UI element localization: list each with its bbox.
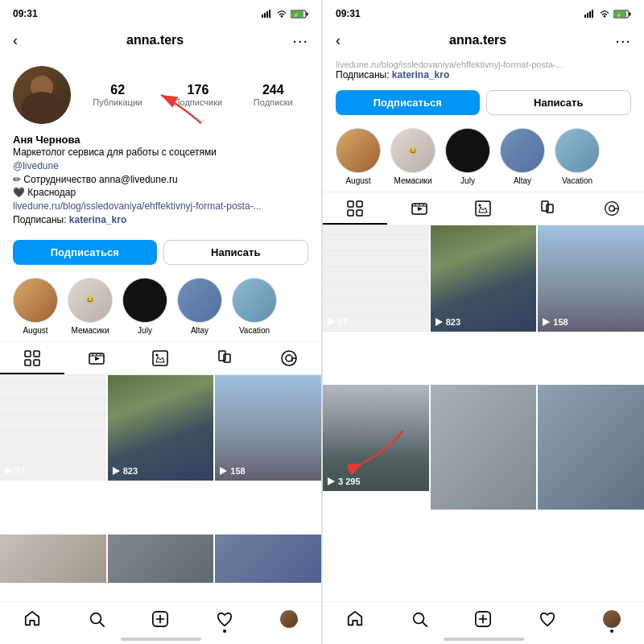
story-altay-right[interactable]: Altay (500, 128, 545, 185)
subscribed-name-right[interactable]: katerina_kro (392, 69, 449, 80)
post-count-3-left: 158 (220, 466, 245, 476)
story-label-vacation-left: Vacation (239, 326, 270, 335)
add-icon-left (151, 610, 169, 628)
status-bar-right: 09:31 ⚡ (323, 0, 644, 24)
nav-add-right[interactable] (474, 610, 492, 628)
bio-line1-left: Маркетолог сервиса для работы с соцсетям… (13, 147, 217, 158)
subscribe-button-left[interactable]: Подписаться (13, 240, 157, 265)
following-label-left: Подписки (254, 97, 293, 107)
story-july-left[interactable]: July (122, 278, 167, 335)
action-buttons-left: Подписаться Написать (0, 233, 321, 271)
post-partial-2[interactable] (108, 535, 214, 583)
svg-rect-44 (348, 210, 353, 216)
menu-button-right[interactable]: ··· (615, 31, 631, 50)
story-circle-august-right (336, 128, 381, 173)
story-altay-left[interactable]: Altay (177, 278, 222, 335)
story-vacation-right[interactable]: Vacation (555, 128, 600, 185)
tab-reels-right[interactable] (387, 192, 452, 225)
svg-rect-36 (592, 10, 593, 18)
profile-dot-right (610, 630, 613, 633)
story-circle-vacation-left (232, 278, 277, 323)
menu-button-left[interactable]: ··· (292, 31, 308, 50)
nav-search-left[interactable] (88, 610, 105, 628)
profile-name-left: Аня Чернова (13, 134, 308, 146)
heart-icon-left (216, 610, 233, 628)
right-phone: 09:31 ⚡ ‹ anna.ters (322, 0, 644, 644)
nav-profile-right[interactable] (603, 610, 621, 628)
svg-rect-33 (584, 14, 586, 18)
story-memasi-left[interactable]: 😂 Мемасики (68, 278, 113, 335)
profile-stats-row-left: 62 Публикации 176 Подписчики 244 Подписк… (0, 60, 321, 130)
tab-saved-right[interactable] (515, 192, 580, 225)
bio-subscribed-name-left[interactable]: katerina_kro (69, 214, 126, 225)
post-thumb-1-right[interactable]: 77 (323, 225, 429, 332)
nav-profile-left[interactable] (280, 610, 298, 628)
story-circle-vacation-right (555, 128, 600, 173)
profile-avatar-nav-right (603, 610, 621, 628)
tab-mentions-right[interactable] (580, 192, 644, 225)
post-count-4-right: 3 295 (328, 477, 361, 486)
post-partial-1[interactable] (0, 535, 106, 583)
mentions-icon-right (604, 200, 620, 217)
post-partial-r2[interactable] (431, 385, 537, 510)
post-thumb-1-left[interactable]: 77 (0, 375, 106, 481)
tab-grid-right[interactable] (323, 192, 387, 225)
svg-rect-1 (264, 13, 266, 18)
tab-mentions-left[interactable] (257, 342, 321, 374)
story-vacation-left[interactable]: Vacation (232, 278, 277, 335)
stories-row-right: August 😂 Мемасики July Altay Vacation (323, 122, 644, 192)
nav-heart-left[interactable] (216, 610, 233, 628)
tab-saved-left[interactable] (192, 342, 257, 374)
nav-heart-right[interactable] (539, 610, 556, 628)
nav-add-left[interactable] (151, 610, 169, 628)
right-top-bio: livedune.ru/blog/issledovaniya/ehffektiv… (323, 60, 644, 84)
post-thumb-2-left[interactable]: 823 (108, 375, 214, 481)
story-memasi-right[interactable]: 😂 Мемасики (390, 128, 436, 185)
battery-icon-right: ⚡ (613, 10, 631, 19)
message-button-right[interactable]: Написать (486, 90, 632, 115)
nav-home-left[interactable] (23, 610, 41, 628)
battery-icon-left: ⚡ (291, 10, 308, 19)
svg-rect-52 (476, 201, 490, 216)
svg-marker-15 (95, 357, 100, 361)
story-august-right[interactable]: August (336, 128, 381, 185)
story-label-august-right: August (345, 176, 370, 185)
bio-url-left[interactable]: livedune.ru/blog/issledovaniya/ehffektiv… (13, 200, 262, 212)
subscribe-button-right[interactable]: Подписаться (336, 90, 480, 115)
back-button-left[interactable]: ‹ (13, 32, 18, 49)
nav-home-right[interactable] (346, 610, 364, 628)
tab-tagged-right[interactable] (452, 192, 516, 225)
back-button-right[interactable]: ‹ (336, 32, 341, 49)
nav-search-right[interactable] (411, 610, 428, 628)
story-august-left[interactable]: August (13, 278, 58, 335)
story-label-july-left: July (138, 326, 152, 335)
story-label-memasi-right: Мемасики (394, 176, 432, 185)
post-thumb-3-right[interactable]: 158 (538, 225, 644, 332)
posts-grid-left: 77 823 158 (0, 375, 321, 535)
profile-username-right: anna.ters (449, 33, 506, 47)
post-partial-r3[interactable] (538, 385, 644, 510)
action-buttons-right: Подписаться Написать (323, 84, 644, 122)
tab-grid-left[interactable] (0, 342, 64, 374)
post-thumb-4-right[interactable]: 3 295 (323, 385, 429, 491)
story-circle-august-left (13, 278, 58, 323)
svg-rect-12 (25, 360, 31, 365)
story-july-right[interactable]: July (445, 128, 490, 185)
bio-link-left[interactable]: @livedune (13, 160, 59, 171)
svg-rect-42 (348, 201, 353, 207)
profile-username-left: anna.ters (126, 33, 184, 47)
post-thumb-3-left[interactable]: 158 (215, 375, 321, 481)
svg-line-29 (100, 622, 104, 626)
wifi-icon (276, 10, 287, 18)
post-partial-3[interactable] (215, 535, 321, 583)
tab-tagged-left[interactable] (129, 342, 193, 374)
message-button-left[interactable]: Написать (163, 240, 309, 265)
home-icon-left (23, 610, 41, 628)
stat-following-left: 244 Подписки (254, 83, 293, 107)
tab-reels-left[interactable] (64, 342, 129, 374)
svg-rect-54 (542, 201, 548, 211)
bio-url-right[interactable]: livedune.ru/blog/issledovaniya/ehffektiv… (336, 60, 631, 69)
post-thumb-2-right[interactable]: 823 (431, 225, 537, 332)
search-icon-left (88, 610, 105, 628)
status-icons-right: ⚡ (584, 10, 631, 19)
